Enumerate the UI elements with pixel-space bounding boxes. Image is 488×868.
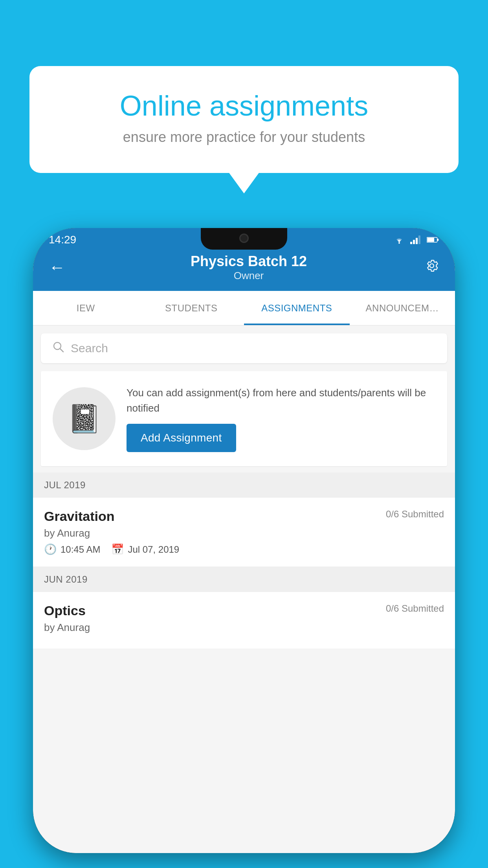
speech-bubble-container: Online assignments ensure more practice …	[29, 66, 459, 173]
clock-icon: 🕐	[44, 543, 57, 555]
app-bar-center: Physics Batch 12 Owner	[73, 253, 424, 282]
assignment-author: by Anurag	[44, 527, 444, 539]
app-bar-title: Physics Batch 12	[73, 253, 424, 270]
svg-rect-3	[416, 238, 418, 244]
speech-bubble-subtitle: ensure more practice for your students	[61, 129, 427, 145]
battery-icon	[427, 236, 439, 243]
wifi-icon	[394, 236, 405, 244]
assignment-meta: 🕐 10:45 AM 📅 Jul 07, 2019	[44, 543, 444, 555]
search-icon	[52, 340, 64, 356]
assignment-item-optics[interactable]: Optics 0/6 Submitted by Anurag	[33, 592, 455, 649]
section-header-jul: JUL 2019	[33, 473, 455, 498]
assignment-submitted: 0/6 Submitted	[386, 509, 444, 520]
svg-rect-1	[410, 242, 412, 244]
assignment-date: 📅 Jul 07, 2019	[111, 543, 179, 555]
speech-bubble-title: Online assignments	[61, 90, 427, 122]
scroll-content: Search 📓 You can add assignment(s) from …	[33, 326, 455, 853]
status-icons	[394, 235, 439, 244]
phone-camera	[239, 234, 249, 243]
svg-rect-6	[437, 239, 439, 241]
assignment-name-optics: Optics	[44, 603, 86, 618]
phone-frame: 14:29	[33, 228, 455, 853]
svg-line-9	[60, 349, 63, 352]
tab-assignments[interactable]: ASSIGNMENTS	[244, 291, 350, 325]
assignment-time: 🕐 10:45 AM	[44, 543, 100, 555]
search-placeholder: Search	[71, 342, 108, 355]
notebook-icon: 📓	[67, 403, 101, 435]
empty-icon-circle: 📓	[53, 387, 116, 450]
svg-point-0	[398, 242, 400, 244]
tab-students[interactable]: STUDENTS	[139, 291, 244, 325]
add-assignment-button[interactable]: Add Assignment	[127, 424, 236, 452]
settings-button[interactable]	[424, 258, 439, 277]
svg-rect-7	[427, 238, 434, 242]
section-header-jun: JUN 2019	[33, 567, 455, 592]
tab-announcements[interactable]: ANNOUNCEM…	[350, 291, 455, 325]
assignment-submitted-optics: 0/6 Submitted	[386, 603, 444, 614]
app-screen: 14:29	[33, 228, 455, 853]
app-bar-subtitle: Owner	[73, 270, 424, 282]
assignment-item-top-optics: Optics 0/6 Submitted	[44, 603, 444, 618]
search-bar[interactable]: Search	[41, 333, 447, 363]
svg-rect-4	[418, 235, 420, 244]
phone-notch	[201, 228, 287, 250]
assignment-author-optics: by Anurag	[44, 622, 444, 634]
tab-iew[interactable]: IEW	[33, 291, 139, 325]
empty-state-right: You can add assignment(s) from here and …	[127, 385, 435, 452]
tabs-bar: IEW STUDENTS ASSIGNMENTS ANNOUNCEM…	[33, 291, 455, 326]
gear-icon	[424, 258, 439, 273]
assignment-item-gravitation[interactable]: Gravitation 0/6 Submitted by Anurag 🕐 10…	[33, 498, 455, 567]
assignment-item-top: Gravitation 0/6 Submitted	[44, 509, 444, 524]
back-button[interactable]: ←	[49, 258, 65, 277]
svg-rect-2	[413, 240, 415, 244]
status-time: 14:29	[49, 234, 76, 246]
empty-state-description: You can add assignment(s) from here and …	[127, 385, 435, 416]
empty-state: 📓 You can add assignment(s) from here an…	[41, 371, 447, 466]
assignment-name: Gravitation	[44, 509, 114, 524]
calendar-icon: 📅	[111, 543, 124, 555]
speech-bubble: Online assignments ensure more practice …	[29, 66, 459, 173]
signal-icon	[410, 235, 421, 244]
